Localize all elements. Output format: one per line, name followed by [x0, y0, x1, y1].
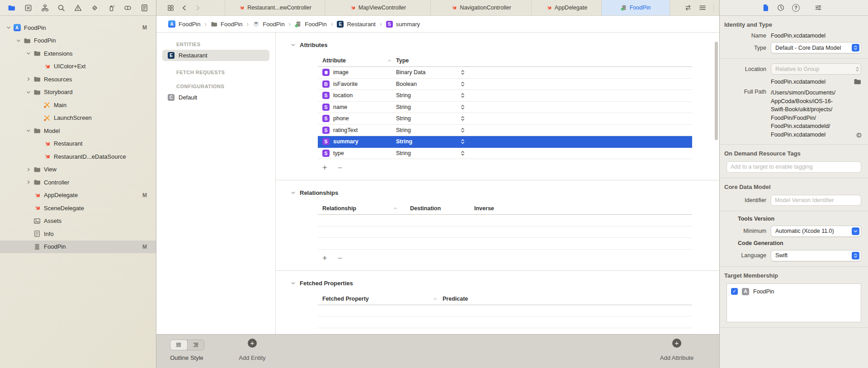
outline-style-list-icon[interactable] — [170, 340, 187, 350]
type-stepper-icon[interactable] — [461, 104, 465, 110]
tab-navigationcontroller[interactable]: NavigationController — [431, 0, 532, 15]
breadcrumb-item-foodpin[interactable]: AFoodPin — [168, 20, 200, 28]
attribute-type-dropdown[interactable]: String — [396, 92, 411, 99]
column-destination[interactable]: Destination — [410, 205, 441, 212]
related-items-icon[interactable] — [699, 4, 706, 11]
type-stepper-icon[interactable] — [461, 92, 465, 99]
column-relationship[interactable]: Relationship — [322, 205, 356, 212]
attribute-row-phone[interactable]: Sphone String — [318, 113, 692, 125]
entities-item-restaurant[interactable]: E Restaurant — [162, 50, 269, 61]
back-icon[interactable] — [181, 5, 188, 11]
remove-attribute-row-button[interactable]: − — [338, 164, 343, 172]
navigator-row-info[interactable]: Info — [0, 227, 156, 241]
attribute-row-image[interactable]: image Binary Data — [318, 67, 692, 79]
resource-tags-input[interactable] — [726, 161, 861, 173]
navigator-row-appdelegate[interactable]: AppDelegateM — [0, 189, 156, 202]
navigator-row-main[interactable]: Main — [0, 99, 156, 112]
location-dropdown[interactable]: Relative to Group — [771, 63, 861, 75]
disclosure-closed-icon[interactable] — [24, 77, 32, 81]
target-membership-checkbox[interactable]: ✓ — [731, 288, 738, 295]
tab-restaurant-ewcontroller[interactable]: Restaurant...ewController — [225, 0, 325, 15]
navigator-row-model[interactable]: Model — [0, 124, 156, 137]
file-inspector-icon[interactable] — [762, 4, 769, 11]
target-membership-row[interactable]: ✓ A FoodPin — [731, 288, 857, 295]
breadcrumb-item-foodpin[interactable]: FoodPin — [295, 21, 326, 28]
add-attribute-row-button[interactable]: + — [322, 164, 327, 172]
attribute-row-summary[interactable]: Ssummary String — [318, 136, 692, 148]
breadcrumb-item-foodpin[interactable]: FoodPin — [211, 21, 242, 28]
type-stepper-icon[interactable] — [461, 150, 465, 156]
attribute-row-isFavorite[interactable]: BisFavorite Boolean — [318, 79, 692, 90]
reveal-in-finder-arrow-icon[interactable] — [856, 132, 862, 138]
attribute-row-location[interactable]: Slocation String — [318, 90, 692, 102]
column-attribute[interactable]: Attribute — [322, 57, 346, 64]
navigator-row-storyboard[interactable]: Storyboard — [0, 86, 156, 99]
navigator-row-foodpin[interactable]: FoodPin — [0, 34, 156, 47]
section-disclosure-icon[interactable] — [291, 281, 296, 286]
issue-navigator-icon[interactable] — [74, 4, 82, 12]
attributes-section-header[interactable]: Attributes — [276, 33, 719, 48]
help-inspector-icon[interactable]: ? — [792, 4, 800, 12]
symbol-navigator-icon[interactable] — [41, 4, 49, 12]
attribute-type-dropdown[interactable]: String — [396, 104, 411, 110]
column-inverse[interactable]: Inverse — [474, 205, 494, 212]
forward-icon[interactable] — [194, 5, 201, 11]
attribute-type-dropdown[interactable]: String — [396, 115, 411, 122]
attribute-type-dropdown[interactable]: String — [396, 138, 412, 145]
navigator-row-resources[interactable]: Resources — [0, 73, 156, 86]
attribute-type-dropdown[interactable]: String — [396, 150, 411, 156]
attribute-type-dropdown[interactable]: Binary Data — [396, 69, 425, 75]
choose-location-folder-icon[interactable] — [854, 78, 861, 85]
language-dropdown[interactable]: Swift — [771, 250, 861, 261]
add-relationship-row-button[interactable]: + — [322, 254, 327, 262]
type-dropdown[interactable]: Default - Core Data Model — [771, 42, 861, 53]
code-review-icon[interactable] — [684, 4, 692, 11]
breadcrumb-item-restaurant[interactable]: ERestaurant — [337, 21, 376, 28]
attribute-row-ratingText[interactable]: SratingText String — [318, 125, 692, 137]
attribute-type-dropdown[interactable]: String — [396, 127, 411, 133]
disclosure-open-icon[interactable] — [5, 25, 12, 30]
minimum-dropdown[interactable]: Automatic (Xcode 11.0) — [771, 226, 861, 237]
disclosure-open-icon[interactable] — [24, 90, 32, 94]
tab-foodpin[interactable]: FoodPin — [602, 0, 670, 15]
source-control-navigator-icon[interactable] — [24, 4, 32, 12]
attributes-inspector-icon[interactable] — [815, 4, 822, 11]
outline-style-hierarchy-icon[interactable] — [188, 340, 204, 350]
column-predicate[interactable]: Predicate — [443, 296, 468, 302]
column-type[interactable]: Type — [396, 57, 409, 64]
identifier-input[interactable] — [771, 195, 861, 206]
tab-appdelegate[interactable]: AppDelegate — [532, 0, 602, 15]
navigator-row-extensions[interactable]: Extensions — [0, 47, 156, 60]
type-stepper-icon[interactable] — [461, 81, 465, 87]
tab-overview-icon[interactable] — [167, 5, 174, 11]
type-stepper-icon[interactable] — [461, 127, 465, 133]
navigator-row-foodpin[interactable]: AFoodPinM — [0, 21, 156, 34]
section-disclosure-icon[interactable] — [291, 42, 296, 47]
disclosure-open-icon[interactable] — [24, 128, 32, 133]
relationships-section-header[interactable]: Relationships — [276, 180, 719, 196]
navigator-row-restaurantd-edatasource[interactable]: RestaurantD...eDataSource — [0, 150, 156, 163]
breakpoint-navigator-icon[interactable] — [124, 4, 132, 12]
navigator-row-controller[interactable]: Controller — [0, 176, 156, 189]
disclosure-closed-icon[interactable] — [24, 167, 32, 172]
tab-mapviewcontroller[interactable]: MapViewController — [325, 0, 431, 15]
configurations-item-default[interactable]: C Default — [162, 92, 269, 103]
navigator-row-foodpin[interactable]: FoodPinM — [0, 241, 156, 254]
navigator-row-scenedelegate[interactable]: SceneDelegate — [0, 202, 156, 215]
column-fetched-property[interactable]: Fetched Property — [322, 296, 369, 302]
find-navigator-icon[interactable] — [57, 4, 65, 12]
type-stepper-icon[interactable] — [461, 138, 465, 145]
type-stepper-icon[interactable] — [461, 69, 465, 75]
navigator-row-uicolor-ext[interactable]: UIColor+Ext — [0, 60, 156, 73]
add-attribute-button[interactable]: + — [672, 339, 681, 348]
attribute-row-type[interactable]: Stype String — [318, 148, 692, 160]
breadcrumb-item-summary[interactable]: Ssummary — [386, 21, 420, 28]
section-disclosure-icon[interactable] — [291, 190, 296, 195]
disclosure-open-icon[interactable] — [24, 51, 32, 56]
add-entity-button[interactable]: + — [248, 339, 257, 348]
disclosure-closed-icon[interactable] — [24, 180, 32, 184]
navigator-row-assets[interactable]: Assets — [0, 215, 156, 228]
navigator-row-view[interactable]: View — [0, 163, 156, 176]
navigator-row-restaurant[interactable]: Restaurant — [0, 137, 156, 151]
remove-relationship-row-button[interactable]: − — [338, 254, 343, 262]
